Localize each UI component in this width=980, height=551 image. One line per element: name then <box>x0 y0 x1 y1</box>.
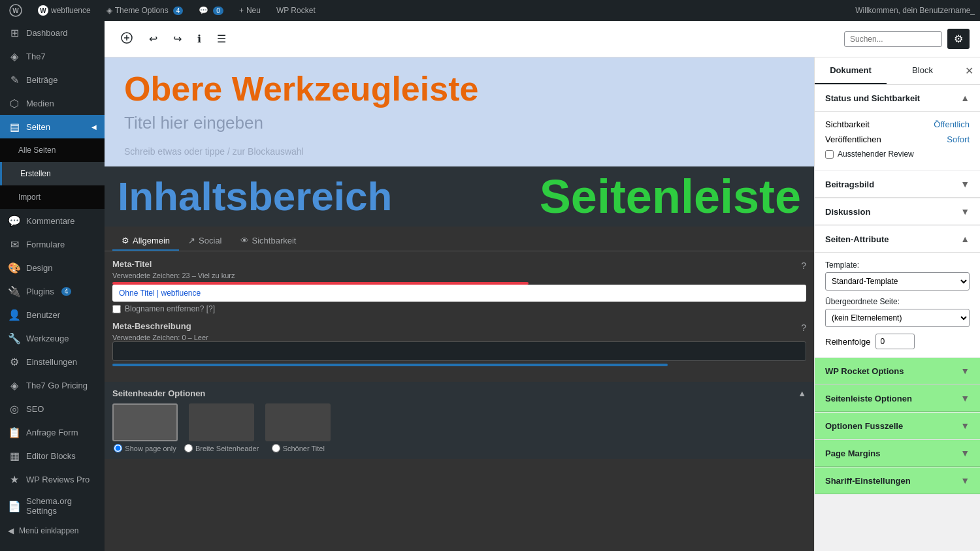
sidebar-item-seo[interactable]: ◎ SEO <box>0 397 105 420</box>
wp-rocket-chevron-icon: ▼ <box>960 366 970 376</box>
undo-button[interactable]: ↩ <box>144 29 163 49</box>
erstellen-label: Erstellen <box>20 169 51 178</box>
settings-button[interactable]: ⚙ <box>947 29 970 49</box>
blogname-checkbox[interactable] <box>112 305 121 313</box>
ausstehend-checkbox[interactable] <box>825 150 834 159</box>
sidebar-item-plugins[interactable]: 🔌 Plugins 4 <box>0 279 105 303</box>
seo-tabs: ⚙ Allgemein ↗ Social 👁 Sichtbarkeit <box>105 227 814 251</box>
add-block-button[interactable] <box>115 27 139 51</box>
seo-tab-sichtbarkeit[interactable]: 👁 Sichtbarkeit <box>231 232 306 251</box>
header-option-3-label: Schöner Titel <box>283 445 325 452</box>
diskussion-chevron-icon: ▼ <box>960 206 970 217</box>
sidebar-item-the7[interactable]: ◈ The7 <box>0 44 105 68</box>
header-radio-3[interactable] <box>272 444 280 452</box>
sidebar-collapse[interactable]: ◀ Menü einklappen <box>0 521 105 541</box>
seitenleiste-header[interactable]: Seitenleiste Optionen ▼ <box>815 385 980 412</box>
ausstehend-review-row: Ausstehender Review <box>825 150 970 159</box>
sidebar-item-design[interactable]: 🎨 Design <box>0 256 105 279</box>
sidebar-label-benutzer: Benutzer <box>26 310 60 320</box>
meta-beschreibung-char-count: Verwendete Zeichen: 0 – Leer <box>112 334 806 341</box>
meta-titel-help-icon[interactable]: ? <box>801 260 806 271</box>
sidebar-item-wp-reviews-pro[interactable]: ★ WP Reviews Pro <box>0 467 105 491</box>
reihenfolge-label: Reihenfolge <box>825 337 870 347</box>
template-select[interactable]: Standard-Template <box>825 272 970 291</box>
beitragsbild-header[interactable]: Beitragsbild ▼ <box>815 171 980 198</box>
page-content-hint[interactable]: Schreib etwas oder tippe / zur Blockausw… <box>124 146 794 157</box>
reihenfolge-input[interactable] <box>875 334 915 349</box>
theme-options-item[interactable]: ◈ Theme Options 4 <box>103 0 188 21</box>
seo-content: Meta-Titel ? Verwendete Zeichen: 23 – Vi… <box>105 251 814 382</box>
wp-rocket-item[interactable]: WP Rocket <box>272 0 319 21</box>
sidebar-item-import[interactable]: Import <box>0 185 105 209</box>
sidebar-item-dashboard[interactable]: ⊞ Dashboard <box>0 21 105 44</box>
seiten-attribute-header[interactable]: Seiten-Attribute ▲ <box>815 226 980 253</box>
meta-beschreibung-help-icon[interactable]: ? <box>801 323 806 333</box>
page-margins-header[interactable]: Page Margins ▼ <box>815 440 980 467</box>
sidebar-item-alle-seiten[interactable]: Alle Seiten <box>0 138 105 162</box>
ausstehend-label: Ausstehender Review <box>838 150 914 159</box>
uebergeordnete-row: Übergeordnete Seite: (kein Elternelement… <box>825 297 970 327</box>
meta-beschreibung-input[interactable] <box>112 341 806 361</box>
seitenleiste-chevron-icon: ▼ <box>960 393 970 403</box>
werkzeuge-icon: 🔧 <box>8 332 21 345</box>
header-radio-2[interactable] <box>184 444 193 452</box>
seo-tab-social[interactable]: ↗ Social <box>179 232 231 251</box>
header-radio-1[interactable] <box>114 444 122 452</box>
seitenheader-toggle[interactable]: ▲ <box>798 388 806 398</box>
sidebar-item-benutzer[interactable]: 👤 Benutzer <box>0 303 105 326</box>
editor-split: Obere Werkzeugleiste Titel hier eingeben… <box>105 57 980 551</box>
sidebar-item-medien[interactable]: ⬡ Medien <box>0 91 105 115</box>
wp-logo-item[interactable]: W <box>5 0 26 21</box>
page-editor-top: Obere Werkzeugleiste Titel hier eingeben… <box>105 57 814 166</box>
comments-item[interactable]: 💬 0 <box>195 0 227 21</box>
blogname-checkbox-row: Blognamen entfernen? [?] <box>112 304 806 313</box>
tab-block[interactable]: Block <box>887 57 958 84</box>
seo-meta-beschreibung-row: Meta-Beschreibung ? Verwendete Zeichen: … <box>112 321 806 366</box>
meta-beschreibung-label: Meta-Beschreibung <box>112 321 191 331</box>
the7-icon: ◈ <box>8 50 21 63</box>
header-option-1-group: Show page only <box>112 403 178 452</box>
tab-dokument[interactable]: Dokument <box>815 57 887 84</box>
social-icon: ↗ <box>188 236 195 245</box>
visibility-row: Sichtbarkeit Öffentlich <box>825 119 970 129</box>
list-button[interactable]: ☰ <box>212 29 231 49</box>
page-subtitle[interactable]: Titel hier eingeben <box>124 113 794 133</box>
sidebar-item-erstellen[interactable]: Erstellen <box>0 162 105 185</box>
sidebar-item-einstellungen[interactable]: ⚙ Einstellungen <box>0 350 105 373</box>
panel-close-button[interactable]: ✕ <box>958 59 980 82</box>
sidebar-item-formulare[interactable]: ✉ Formulare <box>0 232 105 256</box>
shariff-header[interactable]: Shariff-Einstellungen ▼ <box>815 467 980 494</box>
sidebar-item-the7-pricing[interactable]: ◈ The7 Go Pricing <box>0 373 105 397</box>
fusszelle-header[interactable]: Optionen Fusszelle ▼ <box>815 413 980 439</box>
info-button[interactable]: ℹ <box>192 29 206 49</box>
redo-button[interactable]: ↪ <box>168 29 187 49</box>
panel-section-fusszelle: Optionen Fusszelle ▼ <box>815 413 980 439</box>
import-label: Import <box>18 193 41 202</box>
wp-rocket-header[interactable]: WP Rocket Options ▼ <box>815 358 980 385</box>
meta-beschreibung-progress <box>112 364 668 366</box>
header-img-2 <box>189 403 254 441</box>
search-input[interactable] <box>844 31 942 47</box>
sidebar-label-seo: SEO <box>26 404 44 414</box>
new-item[interactable]: + Neu <box>235 0 265 21</box>
sidebar-item-beitrage[interactable]: ✎ Beiträge <box>0 68 105 91</box>
uebergeordnete-select[interactable]: (kein Elternelement) <box>825 309 970 327</box>
beitragsbild-label: Beitragsbild <box>825 180 874 189</box>
status-section-header[interactable]: Status und Sichtbarkeit ▲ <box>815 85 980 112</box>
page-editor-bottom: Inhaltsbereich Seitenleiste ⚙ Allgemein … <box>105 166 814 551</box>
sidebar-item-anfrage-form[interactable]: 📋 Anfrage Form <box>0 420 105 444</box>
sichtbarkeit-value[interactable]: Öffentlich <box>934 119 970 129</box>
veroeffentlichen-value[interactable]: Sofort <box>947 134 970 144</box>
sidebar-item-schema-org[interactable]: 📄 Schema.org Settings <box>0 491 105 521</box>
diskussion-header[interactable]: Diskussion ▼ <box>815 198 980 225</box>
sidebar-label-einstellungen: Einstellungen <box>26 357 77 367</box>
site-name-item[interactable]: W webfluence <box>34 0 95 21</box>
sidebar-item-werkzeuge[interactable]: 🔧 Werkzeuge <box>0 326 105 350</box>
shariff-label: Shariff-Einstellungen <box>825 476 911 486</box>
sidebar-label-seiten: Seiten <box>26 122 50 132</box>
main-wrapper: ↩ ↪ ℹ ☰ ⚙ Obere Werkzeugleiste Titel hie… <box>105 21 980 551</box>
sidebar-item-seiten[interactable]: ▤ Seiten ◀ <box>0 115 105 138</box>
seo-tab-allgemein[interactable]: ⚙ Allgemein <box>112 232 179 251</box>
sidebar-item-kommentare[interactable]: 💬 Kommentare <box>0 209 105 232</box>
sidebar-item-editor-blocks[interactable]: ▦ Editor Blocks <box>0 444 105 467</box>
